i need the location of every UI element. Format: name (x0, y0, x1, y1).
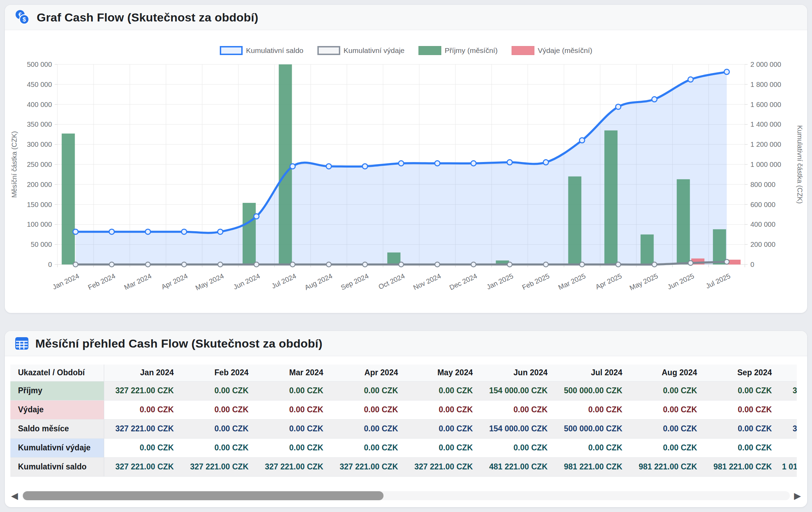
table-cell: 154 000.00 CZK (478, 419, 552, 438)
table-cell: 0.00 CZK (702, 400, 777, 419)
svg-text:Apr 2025: Apr 2025 (594, 272, 623, 291)
svg-text:Jan 2025: Jan 2025 (485, 272, 514, 291)
svg-text:1 600 000: 1 600 000 (750, 101, 781, 108)
row-label: Kumulativní výdaje (10, 438, 104, 457)
table-month-header: Aug 2024 (627, 365, 702, 381)
table-cell: 500 000.00 CZK (552, 381, 627, 400)
table-month-header: Jul 2024 (552, 365, 627, 381)
table-cell: 327 221.00 CZK (403, 457, 478, 476)
table-cell: 327 221.00 CZK (253, 457, 328, 476)
svg-text:Jan 2024: Jan 2024 (51, 272, 80, 291)
svg-text:1 400 000: 1 400 000 (750, 120, 781, 128)
svg-text:Apr 2024: Apr 2024 (160, 272, 189, 291)
svg-text:Jun 2025: Jun 2025 (666, 272, 695, 291)
svg-text:300 000: 300 000 (27, 141, 52, 148)
table-cell: 981 221.00 CZK (702, 457, 777, 476)
table-month-header: Feb 2024 (179, 365, 253, 381)
svg-text:50 000: 50 000 (31, 241, 52, 248)
legend-swatch (512, 46, 534, 55)
legend-item-2[interactable]: Příjmy (měsíční) (418, 46, 498, 55)
table-corner-header: Ukazatel / Období (10, 365, 104, 381)
table-icon (15, 336, 29, 351)
table-cell: 0.00 CZK (104, 400, 179, 419)
table-cell: 0.00 CZK (328, 438, 403, 457)
svg-text:Jun 2024: Jun 2024 (232, 272, 261, 291)
svg-text:May 2025: May 2025 (628, 272, 659, 292)
svg-text:0: 0 (48, 261, 52, 268)
table-cell: 0.00 CZK (328, 419, 403, 438)
table-cell: 0.00 CZK (777, 438, 797, 457)
svg-text:1 800 000: 1 800 000 (750, 81, 781, 88)
table-card-header: Měsíční přehled Cash Flow (Skutečnost za… (5, 331, 807, 356)
svg-text:$: $ (22, 16, 26, 23)
legend-swatch (220, 46, 243, 55)
svg-text:Oct 2024: Oct 2024 (377, 272, 406, 291)
table-cell: 154 000.00 CZK (478, 381, 552, 400)
legend-item-0[interactable]: Kumulativní saldo (220, 46, 304, 55)
table-cell: 0.00 CZK (253, 381, 328, 400)
table-cell: 0.00 CZK (179, 381, 253, 400)
chart-card-header: € $ Graf Cash Flow (Skutečnost za období… (5, 5, 807, 30)
legend-item-3[interactable]: Výdaje (měsíční) (512, 46, 593, 55)
svg-text:350 000: 350 000 (27, 120, 52, 128)
svg-text:1 200 000: 1 200 000 (750, 141, 781, 148)
svg-text:Měsíční částka (CZK): Měsíční částka (CZK) (10, 131, 18, 198)
table-row-0: Příjmy327 221.00 CZK0.00 CZK0.00 CZK0.00… (10, 381, 797, 400)
table-cell: 0.00 CZK (627, 400, 702, 419)
svg-text:Kumulativní částka (CZK): Kumulativní částka (CZK) (796, 125, 804, 204)
table-cell: 981 221.00 CZK (552, 457, 627, 476)
scroll-left-arrow[interactable]: ◀ (10, 491, 19, 500)
svg-text:250 000: 250 000 (27, 161, 52, 168)
svg-text:Sep 2024: Sep 2024 (340, 272, 370, 291)
table-cell: 0.00 CZK (552, 438, 627, 457)
legend-label: Kumulativní saldo (246, 46, 304, 55)
table-cell: 500 000.00 CZK (552, 419, 627, 438)
table-cell: 0.00 CZK (627, 438, 702, 457)
svg-text:800 000: 800 000 (750, 181, 775, 188)
table-row-4: Kumulativní saldo327 221.00 CZK327 221.0… (10, 457, 797, 476)
table-viewport: Ukazatel / ObdobíJan 2024Feb 2024Mar 202… (10, 365, 797, 477)
svg-text:Mar 2025: Mar 2025 (557, 272, 587, 291)
table-cell: 0.00 CZK (478, 438, 552, 457)
chart-area: Kumulativní saldoKumulativní výdajePříjm… (5, 30, 807, 313)
legend-item-1[interactable]: Kumulativní výdaje (317, 46, 405, 55)
table-cell: 0.00 CZK (179, 400, 253, 419)
table-cell: 327 221.00 CZK (104, 419, 179, 438)
svg-text:Nov 2024: Nov 2024 (412, 272, 442, 291)
table-cell: 0.00 CZK (777, 400, 797, 419)
table-row-1: Výdaje0.00 CZK0.00 CZK0.00 CZK0.00 CZK0.… (10, 400, 797, 419)
cash-flow-chart-card: € $ Graf Cash Flow (Skutečnost za období… (5, 5, 807, 313)
scrollbar-thumb[interactable] (23, 491, 384, 500)
svg-text:600 000: 600 000 (750, 201, 775, 208)
table-month-header: Sep 2024 (702, 365, 777, 381)
svg-text:150 000: 150 000 (27, 201, 52, 208)
horizontal-scrollbar: ◀ ▶ (10, 491, 802, 500)
table-cell: 30 000.00 CZK (777, 381, 797, 400)
table-cell: 0.00 CZK (403, 419, 478, 438)
scroll-right-arrow[interactable]: ▶ (793, 491, 802, 500)
table-cell: 0.00 CZK (253, 400, 328, 419)
table-month-header: Jun 2024 (478, 365, 552, 381)
svg-text:200 000: 200 000 (750, 241, 775, 248)
svg-text:Aug 2024: Aug 2024 (304, 272, 334, 291)
table-month-header: Oct 2024 (777, 365, 797, 381)
legend-label: Příjmy (měsíční) (445, 46, 498, 55)
svg-text:May 2024: May 2024 (194, 272, 225, 292)
svg-text:0: 0 (750, 261, 754, 268)
table-cell: 0.00 CZK (328, 381, 403, 400)
legend-swatch (418, 46, 441, 55)
svg-text:450 000: 450 000 (27, 81, 52, 88)
table-cell: 0.00 CZK (328, 400, 403, 419)
svg-text:Dec 2024: Dec 2024 (448, 272, 478, 291)
scrollbar-track[interactable] (22, 491, 790, 500)
cash-flow-chart-canvas[interactable]: 500 0002 000 000450 0001 800 000400 0001… (5, 30, 807, 313)
table-row-2: Saldo měsíce327 221.00 CZK0.00 CZK0.00 C… (10, 419, 797, 438)
table-month-header: Jan 2024 (104, 365, 179, 381)
legend-swatch (317, 46, 340, 55)
table-cell: 327 221.00 CZK (104, 457, 179, 476)
svg-text:1 000 000: 1 000 000 (750, 161, 781, 168)
row-label: Příjmy (10, 381, 104, 400)
row-label: Kumulativní saldo (10, 457, 104, 476)
table-cell: 0.00 CZK (702, 381, 777, 400)
table-card-title: Měsíční přehled Cash Flow (Skutečnost za… (35, 337, 322, 350)
